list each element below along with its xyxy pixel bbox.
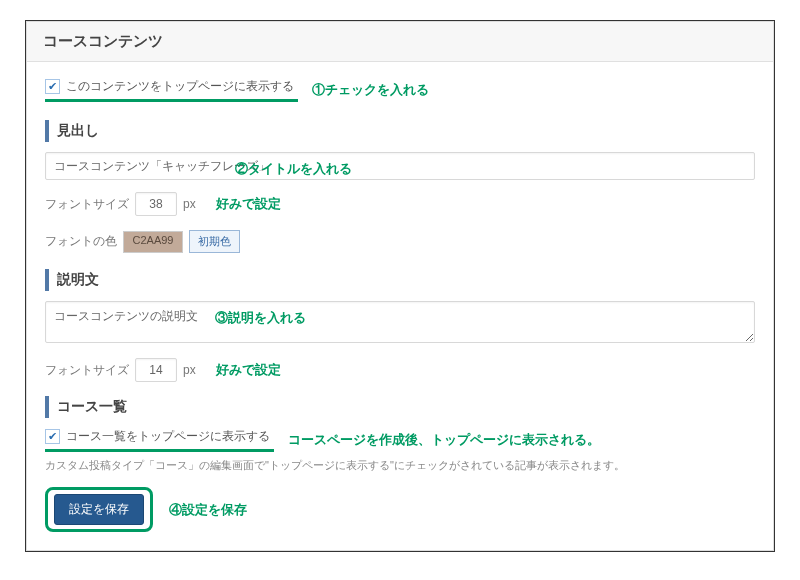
description-section-title: 説明文 <box>45 269 755 291</box>
description-fontsize-label: フォントサイズ <box>45 362 129 379</box>
annotation-coursetop: コースページを作成後、トップページに表示される。 <box>288 431 600 449</box>
courselist-help: カスタム投稿タイプ「コース」の編集画面で"トップページに表示する"にチェックがさ… <box>45 458 755 473</box>
color-swatch[interactable]: C2AA99 <box>123 231 183 253</box>
heading-fontcolor-label: フォントの色 <box>45 233 117 250</box>
reset-color-button[interactable]: 初期色 <box>189 230 240 253</box>
heading-section-title: 見出し <box>45 120 755 142</box>
annotation-check: ①チェックを入れる <box>312 81 429 99</box>
courselist-label: コース一覧をトップページに表示する <box>66 428 270 445</box>
description-textarea[interactable]: コースコンテンツの説明文 <box>45 301 755 343</box>
show-on-top-label: このコンテンツをトップページに表示する <box>66 78 294 95</box>
save-button[interactable]: 設定を保存 <box>54 494 144 525</box>
description-px-label: px <box>183 363 196 377</box>
courselist-section-title: コース一覧 <box>45 396 755 418</box>
heading-px-label: px <box>183 197 196 211</box>
annotation-font2: 好みで設定 <box>216 361 281 379</box>
description-fontsize-input[interactable] <box>135 358 177 382</box>
heading-fontsize-input[interactable] <box>135 192 177 216</box>
show-on-top-checkbox[interactable] <box>45 79 60 94</box>
heading-input[interactable] <box>45 152 755 180</box>
courselist-checkbox[interactable] <box>45 429 60 444</box>
annotation-save: ④設定を保存 <box>169 501 247 519</box>
annotation-font1: 好みで設定 <box>216 195 281 213</box>
panel-title: コースコンテンツ <box>27 21 773 62</box>
heading-fontsize-label: フォントサイズ <box>45 196 129 213</box>
